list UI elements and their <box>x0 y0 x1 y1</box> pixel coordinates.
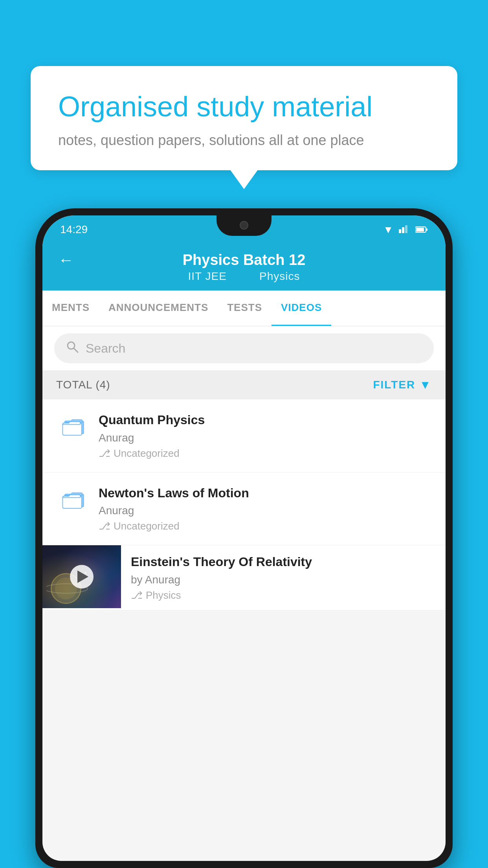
svg-rect-5 <box>426 228 427 231</box>
video-tag-label: Physics <box>146 589 181 601</box>
tag-icon: ⎇ <box>99 520 110 532</box>
video-tag-icon: ⎇ <box>131 589 143 601</box>
list-item[interactable]: Quantum Physics Anurag ⎇ Uncategorized <box>42 399 446 473</box>
svg-rect-1 <box>402 227 404 233</box>
tabs-bar: MENTS ANNOUNCEMENTS TESTS VIDEOS <box>42 291 446 326</box>
item-tag: ⎇ Uncategorized <box>99 447 432 460</box>
svg-rect-0 <box>399 229 401 233</box>
search-bar-wrap: Search <box>42 326 446 370</box>
list-item-video[interactable]: Einstein's Theory Of Relativity by Anura… <box>42 545 446 611</box>
status-time: 14:29 <box>60 223 88 236</box>
header-title: Physics Batch 12 <box>183 252 306 268</box>
app-header: ← Physics Batch 12 IIT JEE Physics <box>42 244 446 291</box>
video-author: by Anurag <box>131 574 436 586</box>
wifi-icon: ▼ <box>383 224 393 236</box>
item-author: Anurag <box>99 432 432 444</box>
item-info: Newton's Laws of Motion Anurag ⎇ Uncateg… <box>92 485 432 533</box>
status-icons: ▼ <box>383 224 428 236</box>
camera <box>240 221 248 230</box>
list-item[interactable]: Newton's Laws of Motion Anurag ⎇ Uncateg… <box>42 473 446 546</box>
signal-icon <box>399 224 410 236</box>
tab-announcements[interactable]: ANNOUNCEMENTS <box>99 291 218 326</box>
tab-tests[interactable]: TESTS <box>218 291 272 326</box>
play-button[interactable] <box>70 565 94 588</box>
filter-icon: ▼ <box>419 378 432 392</box>
svg-rect-2 <box>405 225 407 233</box>
folder-icon <box>61 414 86 437</box>
bubble-subtitle: notes, question papers, solutions all at… <box>58 132 430 149</box>
battery-icon <box>415 224 428 236</box>
phone-frame: 14:29 ▼ <box>35 208 453 868</box>
filter-label: FILTER <box>373 379 415 391</box>
item-icon <box>56 487 92 510</box>
search-bar[interactable]: Search <box>54 333 434 363</box>
search-icon <box>66 340 79 356</box>
header-subtitle-sep <box>240 270 250 282</box>
header-subtitle-iitjee: IIT JEE <box>188 270 227 282</box>
search-placeholder: Search <box>86 341 125 356</box>
tag-icon: ⎇ <box>99 447 110 460</box>
header-subtitle-physics: Physics <box>259 270 300 282</box>
item-title: Quantum Physics <box>99 412 432 428</box>
item-icon <box>56 414 92 437</box>
tag-label: Uncategorized <box>114 520 180 532</box>
item-info: Quantum Physics Anurag ⎇ Uncategorized <box>92 412 432 460</box>
filter-button[interactable]: FILTER ▼ <box>373 378 432 392</box>
svg-rect-4 <box>416 228 424 232</box>
tag-label: Uncategorized <box>114 447 180 460</box>
play-triangle-icon <box>77 570 88 583</box>
svg-rect-11 <box>62 496 81 508</box>
speech-bubble: Organised study material notes, question… <box>31 66 457 170</box>
phone-screen: 14:29 ▼ <box>42 215 446 861</box>
video-thumbnail <box>42 545 121 608</box>
total-count: TOTAL (4) <box>56 379 110 391</box>
folder-icon <box>61 487 86 510</box>
filter-bar: TOTAL (4) FILTER ▼ <box>42 370 446 399</box>
item-title: Newton's Laws of Motion <box>99 485 432 502</box>
notch <box>216 215 272 236</box>
content-list: Quantum Physics Anurag ⎇ Uncategorized <box>42 399 446 611</box>
tab-videos[interactable]: VIDEOS <box>272 291 331 326</box>
svg-rect-9 <box>62 423 81 435</box>
header-subtitle: IIT JEE Physics <box>183 270 305 283</box>
tab-ments[interactable]: MENTS <box>42 291 99 326</box>
item-tag: ⎇ Uncategorized <box>99 520 432 532</box>
header-row: ← Physics Batch 12 <box>58 252 430 268</box>
bubble-title: Organised study material <box>58 90 430 123</box>
video-tag: ⎇ Physics <box>131 589 436 601</box>
item-author: Anurag <box>99 504 432 517</box>
back-button[interactable]: ← <box>58 251 74 269</box>
status-bar: 14:29 ▼ <box>42 215 446 244</box>
svg-line-7 <box>74 348 78 352</box>
video-title: Einstein's Theory Of Relativity <box>131 554 436 570</box>
video-info: Einstein's Theory Of Relativity by Anura… <box>121 545 446 610</box>
